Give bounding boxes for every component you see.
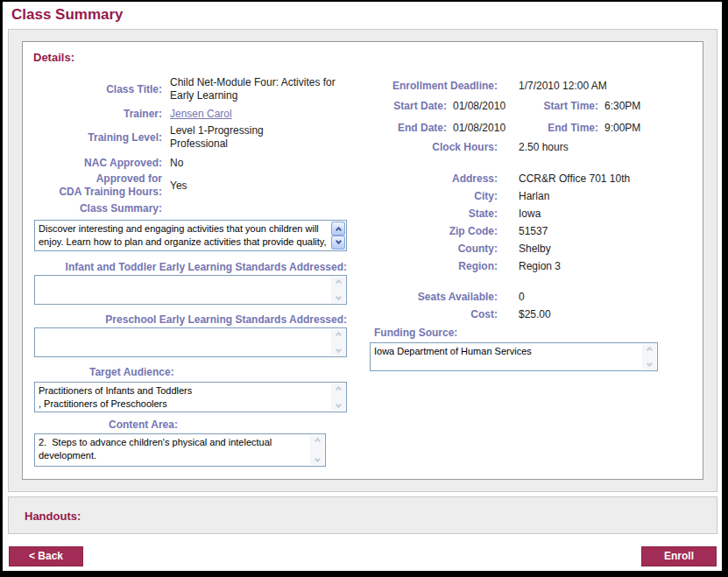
- state-row: State: Iowa: [350, 208, 662, 221]
- zip-code-value: 51537: [498, 225, 662, 238]
- handouts-heading: Handouts:: [25, 510, 81, 523]
- state-value: Iowa: [498, 208, 662, 221]
- nac-approved-row: NAC Approved: No: [34, 157, 360, 170]
- chevron-down-icon: [335, 238, 341, 244]
- address-label: Address:: [350, 172, 498, 186]
- seats-available-value: 0: [498, 291, 662, 304]
- chevron-down-icon: [314, 456, 320, 462]
- clock-hours-row: Clock Hours: 2.50 hours: [350, 141, 662, 154]
- end-date-time-row: End Date: 01/08/2010 End Time: 9:00PM: [350, 122, 662, 135]
- details-heading: Details:: [33, 51, 74, 64]
- cost-row: Cost: $25.00: [350, 308, 662, 321]
- class-title-label: Class Title:: [34, 83, 162, 96]
- content-area-label: Content Area:: [34, 419, 360, 432]
- zip-code-row: Zip Code: 51537: [350, 225, 662, 238]
- content-area-text: 2. Steps to advance children's physical …: [39, 436, 307, 462]
- training-level-value: Level 1-Progressing Professional: [170, 124, 360, 151]
- chevron-up-icon: [335, 332, 341, 338]
- scroll-down-button[interactable]: [331, 236, 345, 250]
- infant-standards-label: Infant and Toddler Early Learning Standa…: [34, 261, 347, 274]
- class-summary-textarea[interactable]: Discover interesting and engaging activi…: [34, 220, 347, 251]
- cda-approved-value: Yes: [170, 179, 360, 193]
- chevron-up-icon: [335, 386, 341, 392]
- chevron-up-icon: [314, 438, 320, 444]
- trainer-link[interactable]: Jensen Carol: [170, 108, 232, 120]
- start-time-value: 6:30PM: [598, 100, 662, 113]
- seats-available-label: Seats Available:: [350, 291, 498, 304]
- nac-approved-label: NAC Approved:: [34, 157, 162, 170]
- target-audience-textarea[interactable]: Practitioners of Infants and Toddlers , …: [34, 382, 347, 412]
- seats-available-row: Seats Available: 0: [350, 291, 662, 304]
- class-summary-label: Class Summary:: [34, 202, 162, 215]
- cda-approved-label: Approved for CDA Training Hours:: [34, 172, 162, 199]
- class-summary-page: Class Summary Details: Class Title: Chil…: [0, 0, 728, 577]
- region-row: Region: Region 3: [350, 260, 662, 273]
- disabled-scrollbar: [310, 435, 324, 465]
- county-label: County:: [350, 243, 498, 256]
- enrollment-deadline-value: 1/7/2010 12:00 AM: [498, 80, 662, 93]
- disabled-scrollbar: [331, 277, 345, 303]
- start-date-time-row: Start Date: 01/08/2010 Start Time: 6:30P…: [350, 100, 662, 113]
- disabled-scrollbar: [331, 329, 345, 355]
- page-title: Class Summary: [11, 6, 124, 24]
- training-level-label: Training Level:: [34, 131, 162, 144]
- city-value: Harlan: [498, 190, 662, 203]
- target-audience-text: Practitioners of Infants and Toddlers , …: [39, 384, 329, 411]
- county-value: Shelby: [498, 243, 662, 256]
- disabled-scrollbar: [642, 344, 656, 369]
- chevron-down-icon: [335, 294, 341, 300]
- disabled-scrollbar: [331, 383, 345, 411]
- cda-approved-row: Approved for CDA Training Hours: Yes: [34, 172, 360, 199]
- clock-hours-value: 2.50 hours: [498, 141, 662, 154]
- class-summary-label-row: Class Summary:: [34, 202, 360, 215]
- class-summary-scrollbar[interactable]: [331, 222, 345, 250]
- funding-source-text: Iowa Department of Human Services: [374, 345, 640, 358]
- preschool-standards-label: Preschool Early Learning Standards Addre…: [34, 313, 347, 327]
- end-time-label: End Time:: [530, 122, 598, 135]
- start-date-value: 01/08/2010: [447, 100, 530, 113]
- clock-hours-label: Clock Hours:: [350, 141, 498, 154]
- chevron-up-icon: [335, 279, 341, 285]
- back-button[interactable]: < Back: [9, 546, 83, 566]
- funding-source-label: Funding Source:: [350, 327, 662, 340]
- infant-standards-textarea[interactable]: [34, 275, 347, 305]
- address-value: CCR&R Office 701 10th: [498, 172, 662, 186]
- trainer-row: Trainer: Jensen Carol: [34, 108, 360, 121]
- end-date-label: End Date:: [350, 122, 447, 135]
- details-left-column: Class Title: Child Net-Module Four: Acti…: [34, 72, 360, 467]
- details-box: Details: Class Title: Child Net-Module F…: [22, 41, 703, 480]
- city-label: City:: [350, 190, 498, 203]
- end-time-value: 9:00PM: [598, 122, 662, 135]
- class-title-row: Class Title: Child Net-Module Four: Acti…: [34, 76, 360, 102]
- cost-value: $25.00: [498, 308, 662, 321]
- preschool-standards-textarea[interactable]: [34, 327, 347, 357]
- county-row: County: Shelby: [350, 243, 662, 256]
- chevron-down-icon: [646, 361, 652, 367]
- enroll-button[interactable]: Enroll: [641, 546, 717, 566]
- nac-approved-value: No: [170, 157, 360, 170]
- scroll-up-button[interactable]: [331, 222, 345, 236]
- chevron-up-icon: [646, 347, 652, 353]
- city-row: City: Harlan: [350, 190, 662, 203]
- address-row: Address: CCR&R Office 701 10th: [350, 172, 662, 186]
- start-time-label: Start Time:: [530, 100, 598, 113]
- target-audience-label: Target Audience:: [34, 366, 360, 379]
- class-summary-text: Discover interesting and engaging activi…: [39, 222, 329, 249]
- handouts-panel: Handouts:: [8, 496, 717, 534]
- start-date-label: Start Date:: [350, 100, 447, 113]
- training-level-row: Training Level: Level 1-Progressing Prof…: [34, 124, 360, 151]
- details-panel: Details: Class Title: Child Net-Module F…: [8, 29, 717, 492]
- state-label: State:: [350, 208, 498, 221]
- content-area-textarea[interactable]: 2. Steps to advance children's physical …: [34, 433, 326, 467]
- chevron-down-icon: [335, 347, 341, 353]
- region-label: Region:: [350, 260, 498, 273]
- class-title-value: Child Net-Module Four: Activites for Ear…: [170, 76, 360, 102]
- trainer-label: Trainer:: [34, 108, 162, 121]
- details-right-column: Enrollment Deadline: 1/7/2010 12:00 AM S…: [350, 75, 662, 371]
- funding-source-textarea[interactable]: Iowa Department of Human Services: [370, 342, 658, 371]
- enrollment-deadline-label: Enrollment Deadline:: [350, 80, 498, 93]
- zip-code-label: Zip Code:: [350, 225, 498, 238]
- cost-label: Cost:: [350, 308, 498, 321]
- end-date-value: 01/08/2010: [447, 122, 530, 135]
- enrollment-deadline-row: Enrollment Deadline: 1/7/2010 12:00 AM: [350, 80, 662, 93]
